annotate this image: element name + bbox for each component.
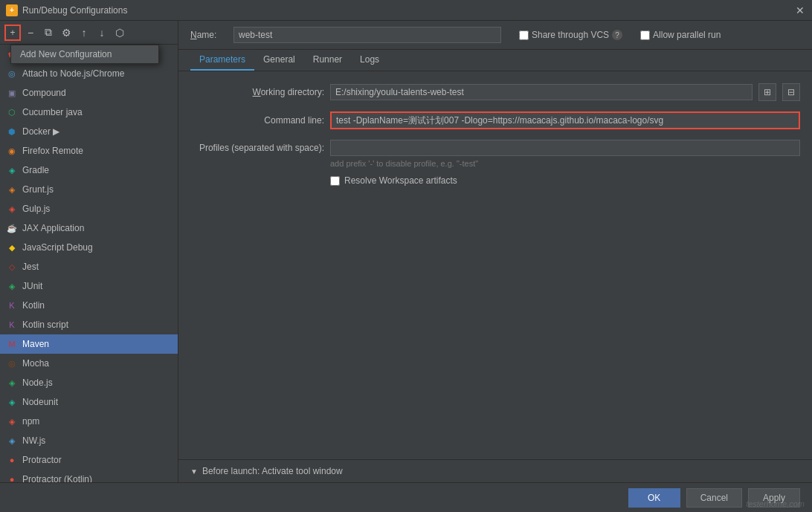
junit-label: JUnit <box>22 281 42 291</box>
right-panel: Name: Share through VCS ? Allow parallel… <box>178 21 812 482</box>
list-item-protractor-kotlin[interactable]: ●Protractor (Kotlin) <box>0 470 178 482</box>
tabs-row: Parameters General Runner Logs <box>178 50 812 71</box>
sort-button[interactable]: ⬡ <box>112 25 128 41</box>
settings-button[interactable]: ⚙ <box>58 25 74 41</box>
kotlin-script-label: Kotlin script <box>22 320 68 330</box>
list-item-cucumber[interactable]: ⬡Cucumber java <box>0 103 178 122</box>
list-item-nodeunit[interactable]: ◈Nodeunit <box>0 392 178 412</box>
protractor-kotlin-icon: ● <box>6 473 18 482</box>
node-label: Node.js <box>22 377 53 388</box>
remove-config-button[interactable]: − <box>22 25 39 41</box>
arrow-up-icon: ↑ <box>82 27 87 39</box>
list-item-docker[interactable]: ⬢Docker ▶ <box>0 122 178 141</box>
arrow-down-icon: ↓ <box>100 27 105 39</box>
help-icon[interactable]: ? <box>612 30 622 40</box>
share-vcs-row: Share through VCS ? <box>519 30 622 40</box>
profiles-row: Profiles (separated with space): <box>190 140 800 156</box>
resolve-workspace-row: Resolve Workspace artifacts <box>330 175 800 186</box>
firefox-icon: ◉ <box>6 145 18 157</box>
name-label: Name: <box>190 30 228 40</box>
list-item-protractor[interactable]: ●Protractor <box>0 450 178 470</box>
working-dir-row: Working directory: ⊞ ⊟ <box>190 83 800 101</box>
profiles-input[interactable] <box>330 140 800 156</box>
before-launch: ▼ Before launch: Activate tool window <box>178 459 812 482</box>
command-line-input[interactable] <box>330 111 800 129</box>
before-launch-label: Before launch: Activate tool window <box>202 466 343 476</box>
list-item-node[interactable]: ◈Node.js <box>0 373 178 392</box>
close-button[interactable]: ✕ <box>794 4 806 16</box>
kotlin-script-icon: K <box>6 319 18 331</box>
tab-general[interactable]: General <box>254 50 304 71</box>
nodeunit-label: Nodeunit <box>22 397 58 407</box>
name-row: Name: Share through VCS ? Allow parallel… <box>178 21 812 50</box>
cucumber-icon: ⬡ <box>6 106 18 118</box>
tab-runner[interactable]: Runner <box>304 50 351 71</box>
list-item-compound[interactable]: ▣Compound <box>0 83 178 103</box>
list-item-firefox[interactable]: ◉Firefox Remote <box>0 141 178 161</box>
attach-label: Attach to Node.js/Chrome <box>22 68 124 79</box>
move-down-button[interactable]: ↓ <box>94 25 110 41</box>
list-item-kotlin-script[interactable]: KKotlin script <box>0 315 178 334</box>
gear-icon: ⚙ <box>62 27 71 39</box>
nw-label: NW.js <box>22 435 45 446</box>
copy-config-button[interactable]: ⧉ <box>40 25 57 41</box>
npm-label: npm <box>22 416 39 427</box>
resolve-workspace-checkbox[interactable] <box>330 176 340 186</box>
browse-folder-icon-button[interactable]: ⊞ <box>758 83 776 101</box>
share-vcs-label: Share through VCS <box>532 30 609 40</box>
jest-icon: ◇ <box>6 261 18 273</box>
share-vcs-checkbox[interactable] <box>519 30 529 40</box>
kotlin-icon: K <box>6 299 18 311</box>
gulp-label: Gulp.js <box>22 204 50 214</box>
list-item-jest[interactable]: ◇Jest <box>0 257 178 276</box>
title-bar: + Run/Debug Configurations ✕ <box>0 0 812 21</box>
list-item-mocha[interactable]: ◎Mocha <box>0 354 178 373</box>
name-input[interactable] <box>233 27 501 43</box>
compound-icon: ▣ <box>6 87 18 99</box>
before-launch-arrow[interactable]: ▼ <box>190 467 198 476</box>
gradle-icon: ◈ <box>6 164 18 176</box>
grunt-label: Grunt.js <box>22 184 54 195</box>
add-config-button[interactable]: + <box>4 25 21 41</box>
list-item-gulp[interactable]: ◈Gulp.js <box>0 199 178 218</box>
protractor-label: Protractor <box>22 455 62 465</box>
list-item-js-debug[interactable]: ◆JavaScript Debug <box>0 238 178 257</box>
add-config-dropdown: Add New Configuration <box>10 45 159 64</box>
jest-label: Jest <box>22 262 39 272</box>
list-item-junit[interactable]: ◈JUnit <box>0 276 178 296</box>
working-dir-input[interactable] <box>330 84 753 100</box>
watermark: testerhome.com <box>746 499 805 508</box>
protractor-kotlin-label: Protractor (Kotlin) <box>22 474 92 482</box>
list-item-attach[interactable]: ◎Attach to Node.js/Chrome <box>0 64 178 83</box>
list-item-nw[interactable]: ◈NW.js <box>0 431 178 450</box>
nodeunit-icon: ◈ <box>6 396 18 408</box>
move-up-button[interactable]: ↑ <box>76 25 92 41</box>
browse-button[interactable]: ⊟ <box>782 83 800 101</box>
tab-parameters[interactable]: Parameters <box>190 50 254 71</box>
cancel-button[interactable]: Cancel <box>686 488 742 508</box>
title-bar-text: Run/Debug Configurations <box>22 5 794 16</box>
node-icon: ◈ <box>6 377 18 389</box>
list-item-grunt[interactable]: ◈Grunt.js <box>0 180 178 199</box>
command-line-label: Command line: <box>190 115 324 126</box>
list-item-kotlin[interactable]: KKotlin <box>0 296 178 315</box>
allow-parallel-checkbox[interactable] <box>640 30 650 40</box>
ok-button[interactable]: OK <box>628 488 680 508</box>
config-list: ⬟Arquillian TestNG◎Attach to Node.js/Chr… <box>0 45 178 482</box>
list-item-npm[interactable]: ◈npm <box>0 412 178 431</box>
grunt-icon: ◈ <box>6 184 18 195</box>
allow-parallel-label: Allow parallel run <box>653 30 721 40</box>
npm-icon: ◈ <box>6 415 18 427</box>
list-item-java-app[interactable]: ☕JAX Application <box>0 218 178 238</box>
tab-logs[interactable]: Logs <box>351 50 388 71</box>
profiles-label: Profiles (separated with space): <box>190 143 324 153</box>
profiles-hint: add prefix '-' to disable profile, e.g. … <box>330 159 800 168</box>
add-config-label: Add New Configuration <box>11 45 158 63</box>
gradle-label: Gradle <box>22 165 49 175</box>
list-item-gradle[interactable]: ◈Gradle <box>0 161 178 180</box>
main-container: + − ⧉ ⚙ ↑ ↓ ⬡ Add New Configuration <box>0 21 812 482</box>
firefox-label: Firefox Remote <box>22 146 83 156</box>
maven-label: Maven <box>22 339 49 349</box>
list-item-maven[interactable]: MMaven <box>0 334 178 354</box>
nw-icon: ◈ <box>6 435 18 447</box>
